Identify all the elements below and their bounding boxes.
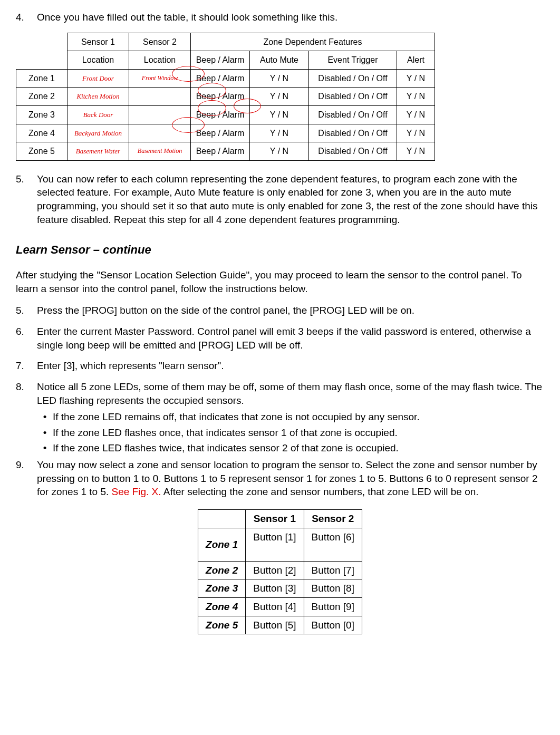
zone-label: Zone 5 bbox=[16, 142, 67, 161]
sensor2-value: Basement Motion bbox=[129, 142, 191, 161]
table-row: Zone 2 Button [2] Button [7] bbox=[198, 561, 362, 579]
table-row: Zone 4 Button [4] Button [9] bbox=[198, 597, 362, 616]
sensor2-button: Button [9] bbox=[304, 597, 362, 616]
step-5b: 5. Press the [PROG] button on the side o… bbox=[16, 304, 544, 317]
step-9: 9. You may now select a zone and sensor … bbox=[16, 458, 544, 499]
step-number: 5. bbox=[16, 304, 37, 317]
step-text: Once you have filled out the table, it s… bbox=[37, 11, 544, 24]
sensor1-button: Button [5] bbox=[246, 616, 304, 634]
button-map-table: Sensor 1 Sensor 2 Zone 1 Button [1] Butt… bbox=[198, 509, 362, 634]
step-6: 6. Enter the current Master Password. Co… bbox=[16, 325, 544, 352]
sensor1-button: Button [1] bbox=[246, 528, 304, 561]
zone-features-table: Sensor 1 Sensor 2 Zone Dependent Feature… bbox=[16, 33, 435, 161]
beep-value: Beep / Alarm bbox=[191, 88, 250, 106]
blank-cell bbox=[16, 33, 67, 51]
auto-value: Y / N bbox=[250, 124, 309, 142]
step-4: 4. Once you have filled out the table, i… bbox=[16, 11, 544, 24]
bullet-item: • If the zone LED remains off, that indi… bbox=[37, 410, 544, 424]
bullet-text: If the zone LED flashes once, that indic… bbox=[53, 426, 398, 440]
sensor1-value: Front Door bbox=[67, 69, 129, 88]
hdr-sensor1: Sensor 1 bbox=[67, 33, 129, 51]
bullet-item: • If the zone LED flashes once, that ind… bbox=[37, 426, 544, 440]
step-text: Enter [3], which represents "learn senso… bbox=[37, 359, 544, 373]
intro-paragraph: After studying the "Sensor Location Sele… bbox=[16, 268, 544, 295]
beep-value: Beep / Alarm bbox=[191, 142, 250, 161]
sensor1-value: Back Door bbox=[67, 106, 129, 124]
alert-value: Y / N bbox=[397, 106, 435, 124]
step-5: 5. You can now refer to each column repr… bbox=[16, 172, 544, 227]
sensor2-button: Button [0] bbox=[304, 616, 362, 634]
zone-label: Zone 1 bbox=[16, 69, 67, 88]
hdr-sensor2: Sensor 2 bbox=[304, 510, 362, 528]
beep-value: Beep / Alarm bbox=[191, 106, 250, 124]
sensor2-value bbox=[129, 124, 191, 142]
hdr-event: Event Trigger bbox=[309, 51, 397, 70]
hdr-auto: Auto Mute bbox=[250, 51, 309, 70]
bullet-item: • If the zone LED flashes twice, that in… bbox=[37, 441, 544, 455]
zone-label: Zone 2 bbox=[16, 88, 67, 106]
step-number: 6. bbox=[16, 325, 37, 352]
alert-value: Y / N bbox=[397, 142, 435, 161]
zone-label: Zone 2 bbox=[198, 561, 246, 579]
blank-header bbox=[198, 510, 246, 528]
sensor2-button: Button [8] bbox=[304, 579, 362, 598]
sensor2-value bbox=[129, 106, 191, 124]
event-value: Disabled / On / Off bbox=[309, 88, 397, 106]
table-row: Zone 1 Front Door Front Window Beep / Al… bbox=[16, 69, 435, 88]
hdr-sensor1: Sensor 1 bbox=[246, 510, 304, 528]
table-row: Zone 3 Button [3] Button [8] bbox=[198, 579, 362, 598]
bullet-icon: • bbox=[37, 410, 53, 424]
bullet-text: If the zone LED flashes twice, that indi… bbox=[53, 441, 399, 455]
zone-label: Zone 3 bbox=[16, 106, 67, 124]
zone-label: Zone 1 bbox=[198, 528, 246, 561]
zone-label: Zone 4 bbox=[198, 597, 246, 616]
step-number: 7. bbox=[16, 359, 37, 373]
hdr-zdf: Zone Dependent Features bbox=[191, 33, 435, 51]
step-number: 4. bbox=[16, 11, 37, 24]
blank-cell bbox=[16, 51, 67, 70]
step-7: 7. Enter [3], which represents "learn se… bbox=[16, 359, 544, 373]
bullet-text: If the zone LED remains off, that indica… bbox=[53, 410, 420, 424]
step-text: Press the [PROG] button on the side of t… bbox=[37, 304, 544, 317]
sensor2-button: Button [6] bbox=[304, 528, 362, 561]
zone-label: Zone 4 bbox=[16, 124, 67, 142]
alert-value: Y / N bbox=[397, 124, 435, 142]
alert-value: Y / N bbox=[397, 88, 435, 106]
beep-value: Beep / Alarm bbox=[191, 124, 250, 142]
table-row: Zone 5 Basement Water Basement Motion Be… bbox=[16, 142, 435, 161]
step-number: 8. bbox=[16, 380, 37, 407]
table-row: Zone 1 Button [1] Button [6] bbox=[198, 528, 362, 561]
step-text: Notice all 5 zone LEDs, some of them may… bbox=[37, 380, 544, 407]
step-text: You may now select a zone and sensor loc… bbox=[37, 458, 544, 499]
sensor1-button: Button [3] bbox=[246, 579, 304, 598]
zone-label: Zone 3 bbox=[198, 579, 246, 598]
sensor2-value bbox=[129, 88, 191, 106]
event-value: Disabled / On / Off bbox=[309, 69, 397, 88]
sensor1-value: Backyard Motion bbox=[67, 124, 129, 142]
hdr-location1: Location bbox=[67, 51, 129, 70]
step9-red: See Fig. X. bbox=[112, 486, 161, 497]
sensor1-button: Button [2] bbox=[246, 561, 304, 579]
hdr-sensor2: Sensor 2 bbox=[129, 33, 191, 51]
hdr-alert: Alert bbox=[397, 51, 435, 70]
step-8: 8. Notice all 5 zone LEDs, some of them … bbox=[16, 380, 544, 407]
event-value: Disabled / On / Off bbox=[309, 106, 397, 124]
table-row: Zone 4 Backyard Motion Beep / Alarm Y / … bbox=[16, 124, 435, 142]
auto-value: Y / N bbox=[250, 69, 309, 88]
step-number: 5. bbox=[16, 172, 37, 227]
alert-value: Y / N bbox=[397, 69, 435, 88]
table-row: Zone 5 Button [5] Button [0] bbox=[198, 616, 362, 634]
event-value: Disabled / On / Off bbox=[309, 124, 397, 142]
step-text: Enter the current Master Password. Contr… bbox=[37, 325, 544, 352]
auto-value: Y / N bbox=[250, 88, 309, 106]
hdr-location2: Location bbox=[129, 51, 191, 70]
sensor1-value: Kitchen Motion bbox=[67, 88, 129, 106]
sensor2-value: Front Window bbox=[129, 69, 191, 88]
section-heading: Learn Sensor – continue bbox=[16, 242, 544, 258]
sensor1-value: Basement Water bbox=[67, 142, 129, 161]
bullet-icon: • bbox=[37, 441, 53, 455]
bullet-icon: • bbox=[37, 426, 53, 440]
table-row: Zone 2 Kitchen Motion Beep / Alarm Y / N… bbox=[16, 88, 435, 106]
auto-value: Y / N bbox=[250, 106, 309, 124]
sensor1-button: Button [4] bbox=[246, 597, 304, 616]
